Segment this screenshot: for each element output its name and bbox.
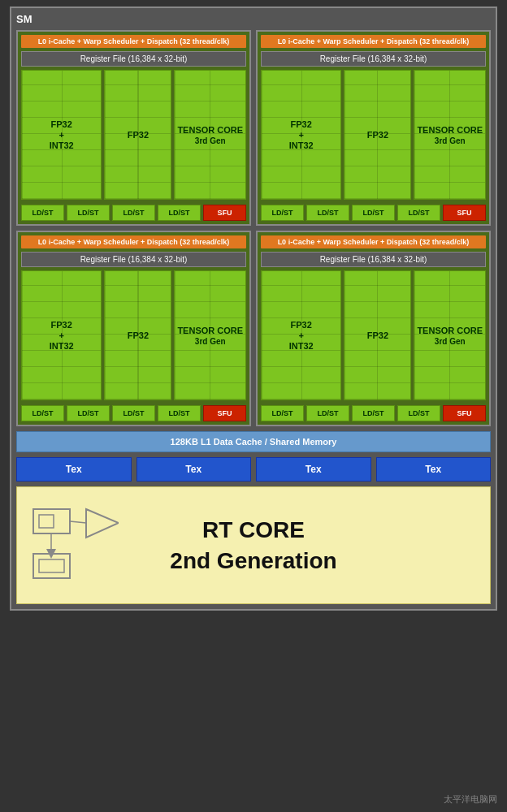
fp32-int32-bl: FP32 + INT32	[21, 270, 102, 400]
register-file-br: Register File (16,384 x 32-bit)	[261, 252, 486, 267]
ldst-1-bl: LD/ST	[21, 405, 64, 421]
sfu-br: SFU	[443, 405, 486, 421]
sfu-tl: SFU	[203, 205, 246, 221]
warp-scheduler-bl: L0 i-Cache + Warp Scheduler + Dispatch (…	[21, 235, 246, 248]
ldst-2-br: LD/ST	[306, 405, 349, 421]
quadrant-top-right: L0 i-Cache + Warp Scheduler + Dispatch (…	[256, 30, 491, 226]
register-file-bl: Register File (16,384 x 32-bit)	[21, 252, 246, 267]
tex-3: Tex	[256, 457, 371, 482]
ldst-2-tl: LD/ST	[67, 205, 110, 221]
warp-scheduler-br: L0 i-Cache + Warp Scheduler + Dispatch (…	[261, 235, 486, 248]
sfu-tr: SFU	[443, 205, 486, 221]
quadrant-bottom-right: L0 i-Cache + Warp Scheduler + Dispatch (…	[256, 231, 491, 426]
fp32-br: FP32	[344, 270, 411, 400]
ldst-3-tr: LD/ST	[352, 205, 395, 221]
tensor-br: TENSOR CORE 3rd Gen	[414, 270, 486, 400]
quadrant-top-left: L0 i-Cache + Warp Scheduler + Dispatch (…	[16, 30, 251, 226]
rt-core-line1: RT CORE	[170, 515, 336, 546]
fp32-int32-br: FP32 + INT32	[261, 270, 341, 400]
fp32-tl: FP32	[104, 70, 171, 200]
tex-4: Tex	[376, 457, 492, 482]
tensor-tr: TENSOR CORE 3rd Gen	[414, 70, 486, 200]
ldst-1-tl: LD/ST	[21, 205, 64, 221]
tensor-bl: TENSOR CORE 3rd Gen	[174, 270, 246, 400]
cores-area-tl: FP32 + INT32 FP32 TENSOR CORE 3rd Gen	[21, 70, 246, 200]
cores-area-tr: FP32 + INT32 FP32 TENSOR CORE 3rd Gen	[261, 70, 486, 200]
svg-line-3	[70, 521, 86, 523]
quadrants-grid: L0 i-Cache + Warp Scheduler + Dispatch (…	[16, 30, 491, 426]
shared-memory-bar: 128KB L1 Data Cache / Shared Memory	[16, 431, 491, 452]
svg-rect-5	[39, 559, 64, 572]
rt-core-line2: 2nd Generation	[170, 546, 336, 577]
ldst-3-br: LD/ST	[352, 405, 395, 421]
cores-area-bl: FP32 + INT32 FP32 TENSOR CORE 3rd Gen	[21, 270, 246, 400]
tex-1: Tex	[16, 457, 132, 482]
watermark: 太平洋电脑网	[444, 793, 497, 806]
ldst-row-bl: LD/ST LD/ST LD/ST LD/ST SFU	[21, 405, 246, 421]
svg-marker-2	[86, 509, 119, 538]
rt-core-diagram	[29, 505, 119, 586]
fp32-bl: FP32	[104, 270, 171, 400]
sfu-bl: SFU	[203, 405, 246, 421]
rt-core-container: RT CORE 2nd Generation	[16, 486, 491, 604]
register-file-tr: Register File (16,384 x 32-bit)	[261, 51, 486, 67]
warp-scheduler-tr: L0 i-Cache + Warp Scheduler + Dispatch (…	[261, 35, 486, 48]
sm-label: SM	[16, 13, 491, 25]
warp-scheduler-tl: L0 i-Cache + Warp Scheduler + Dispatch (…	[21, 35, 246, 48]
sm-container: SM L0 i-Cache + Warp Scheduler + Dispatc…	[10, 6, 497, 611]
ldst-row-tr: LD/ST LD/ST LD/ST LD/ST SFU	[261, 205, 486, 221]
ldst-2-bl: LD/ST	[67, 405, 110, 421]
ldst-row-br: LD/ST LD/ST LD/ST LD/ST SFU	[261, 405, 486, 421]
ldst-4-bl: LD/ST	[158, 405, 201, 421]
fp32-int32-tl: FP32 + INT32	[21, 70, 102, 200]
tex-2: Tex	[136, 457, 252, 482]
fp32-tr: FP32	[344, 70, 411, 200]
register-file-tl: Register File (16,384 x 32-bit)	[21, 51, 246, 67]
quadrant-bottom-left: L0 i-Cache + Warp Scheduler + Dispatch (…	[16, 231, 251, 426]
ldst-4-tl: LD/ST	[158, 205, 201, 221]
tex-row: Tex Tex Tex Tex	[16, 457, 491, 482]
cores-area-br: FP32 + INT32 FP32 TENSOR CORE 3rd Gen	[261, 270, 486, 400]
ldst-1-br: LD/ST	[261, 405, 304, 421]
ldst-4-br: LD/ST	[397, 405, 440, 421]
ldst-4-tr: LD/ST	[397, 205, 440, 221]
tensor-tl: TENSOR CORE 3rd Gen	[174, 70, 246, 200]
fp32-int32-tr: FP32 + INT32	[261, 70, 341, 200]
ldst-3-tl: LD/ST	[112, 205, 155, 221]
ldst-3-bl: LD/ST	[112, 405, 155, 421]
rt-core-text-block: RT CORE 2nd Generation	[170, 515, 336, 577]
ldst-row-tl: LD/ST LD/ST LD/ST LD/ST SFU	[21, 205, 246, 221]
ldst-2-tr: LD/ST	[306, 205, 349, 221]
svg-rect-1	[39, 515, 54, 528]
ldst-1-tr: LD/ST	[261, 205, 304, 221]
